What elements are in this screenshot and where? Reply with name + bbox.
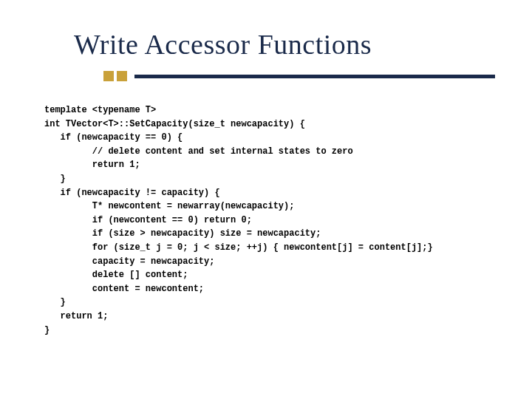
code-line: if (newcontent == 0) return 0; xyxy=(44,215,252,225)
code-line: return 1; xyxy=(44,160,140,170)
code-line: capacity = newcapacity; xyxy=(44,256,214,267)
code-line: if (newcapacity != capacity) { xyxy=(44,188,220,198)
code-line: return 1; xyxy=(44,311,108,321)
title-wrap: Write Accessor Functions xyxy=(74,28,495,61)
code-line: delete [] content; xyxy=(44,270,188,280)
accent-square xyxy=(103,71,114,81)
slide: Write Accessor Functions template <typen… xyxy=(0,0,532,399)
code-line: int TVector<T>::SetCapacity(size_t newca… xyxy=(44,119,305,129)
code-line: if (size > newcapacity) size = newcapaci… xyxy=(44,228,321,239)
code-line: } xyxy=(44,297,66,307)
code-line: } xyxy=(44,174,66,184)
code-line: template <typename T> xyxy=(44,105,156,115)
code-line: for (size_t j = 0; j < size; ++j) { newc… xyxy=(44,242,433,253)
code-line: if (newcapacity == 0) { xyxy=(44,132,183,143)
title-rule xyxy=(103,71,495,81)
code-block: template <typename T> int TVector<T>::Se… xyxy=(44,103,495,337)
code-line: } xyxy=(44,325,50,335)
code-line: T* newcontent = newarray(newcapacity); xyxy=(44,201,294,211)
page-title: Write Accessor Functions xyxy=(74,28,495,61)
code-line: content = newcontent; xyxy=(44,284,204,294)
divider xyxy=(134,75,495,78)
accent-square xyxy=(117,71,127,81)
code-line: // delete content and set internal state… xyxy=(44,146,353,157)
